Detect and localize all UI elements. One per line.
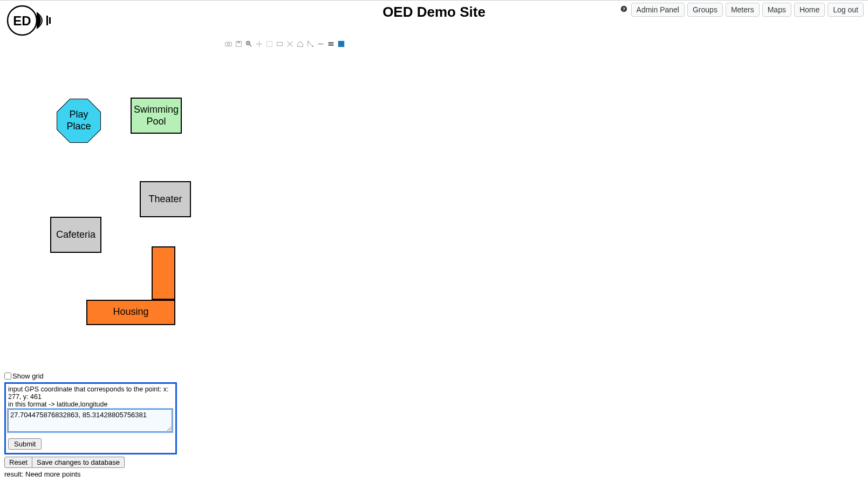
swimming-pool-label-l1: Swimming [134,104,179,115]
result-text: result: Need more points [4,470,868,478]
gps-input-panel: input GPS coordinate that corresponds to… [4,382,177,454]
swimming-pool-label-l2: Pool [146,116,166,127]
map-canvas[interactable]: Play Place Swimming Pool Theater Cafeter… [0,51,647,369]
svg-rect-17 [277,42,283,46]
plotly-logo-icon[interactable] [338,40,345,47]
meters-button[interactable]: Meters [726,3,760,17]
housing-label: Housing [86,306,175,318]
svg-rect-2 [46,16,48,25]
svg-rect-22 [329,44,334,45]
submit-button[interactable]: Submit [8,438,42,450]
show-grid-checkbox[interactable] [4,373,11,380]
svg-rect-9 [237,42,240,43]
swimming-pool-shape: Swimming Pool [131,98,182,134]
svg-rect-3 [49,17,51,24]
theater-shape: Theater [140,181,191,217]
svg-line-11 [249,44,251,46]
groups-button[interactable]: Groups [687,3,723,17]
reset-button[interactable]: Reset [4,457,32,468]
svg-rect-21 [329,42,334,43]
svg-point-7 [227,43,229,45]
gps-prompt-line2: in this format -> latitude,longitude [8,401,173,408]
plotly-toolbar [225,40,868,47]
autoscale-icon[interactable] [307,40,314,47]
logout-button[interactable]: Log out [828,3,864,17]
gps-prompt-line1: input GPS coordinate that corresponds to… [8,385,173,401]
svg-rect-16 [267,42,272,47]
box-select-icon[interactable] [266,40,273,47]
theater-label: Theater [148,194,182,205]
camera-icon[interactable] [225,40,232,47]
save-changes-button[interactable]: Save changes to database [32,457,125,468]
maps-button[interactable]: Maps [762,3,791,17]
save-icon[interactable] [235,40,242,47]
play-place-label-l1: Play [69,109,88,120]
play-place-shape: Play Place [57,99,100,142]
lasso-icon[interactable] [276,40,283,47]
svg-text:ED: ED [13,13,31,28]
svg-text:?: ? [622,6,625,12]
gps-coordinate-input[interactable]: 27.704475876832863, 85.31428805756381 [8,409,172,432]
oed-logo: ED [6,5,52,38]
housing-tower-shape [152,246,175,300]
cafeteria-label: Cafeteria [56,229,95,241]
hover-closest-icon[interactable] [327,40,334,47]
home-button[interactable]: Home [794,3,825,17]
play-place-label-l2: Place [66,121,91,132]
show-grid-label: Show grid [12,372,44,380]
help-icon[interactable]: ? [620,5,627,14]
admin-panel-button[interactable]: Admin Panel [631,3,685,17]
crosshair-icon[interactable] [286,40,293,47]
svg-rect-23 [338,41,344,47]
toggle-spike-icon[interactable] [317,40,324,47]
pan-icon[interactable] [256,40,263,47]
cafeteria-shape: Cafeteria [50,217,101,253]
zoom-icon[interactable] [245,40,252,47]
home-icon[interactable] [297,40,304,47]
